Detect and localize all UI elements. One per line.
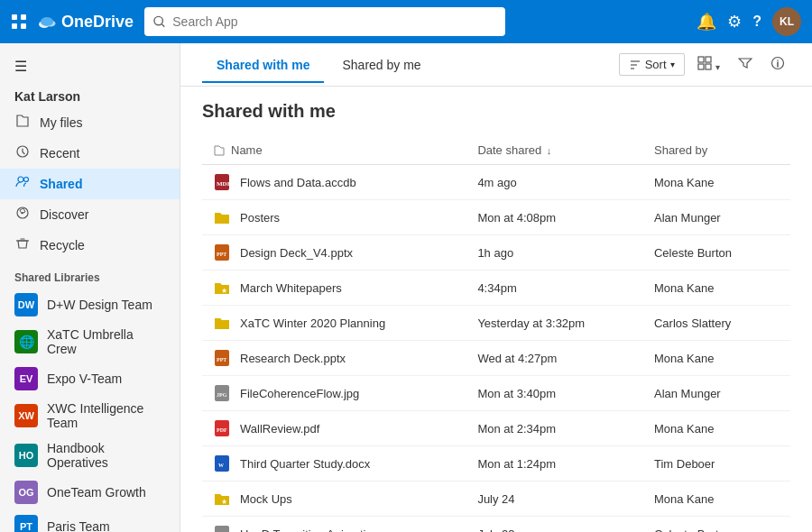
table-row[interactable]: Posters Mon at 4:08pm Alan Munger: [202, 200, 790, 235]
svg-text:PPT: PPT: [217, 357, 226, 362]
file-icon: MOV: [213, 525, 231, 532]
svg-rect-37: [215, 526, 229, 532]
file-shared-by: Tim Deboer: [643, 446, 790, 482]
my-files-icon: [14, 114, 31, 132]
lib-item-og[interactable]: OG OneTeam Growth: [0, 475, 180, 509]
lib-badge-dw: DW: [14, 293, 38, 316]
sort-button[interactable]: Sort ▾: [619, 53, 685, 76]
tab-shared-with-me[interactable]: Shared with me: [202, 47, 324, 83]
file-shared-by: Celeste Burton: [643, 235, 790, 271]
file-name: XaTC Winter 2020 Planning: [240, 316, 385, 330]
col-header-name[interactable]: Name: [202, 136, 466, 165]
lib-label-og: OneTeam Growth: [47, 485, 146, 500]
sort-label: Sort: [645, 58, 667, 71]
lib-label-xwc: XWC Intelligence Team: [47, 401, 165, 430]
sidebar-item-recent[interactable]: Recent: [0, 138, 180, 169]
lib-badge-xwc: XW: [14, 404, 38, 427]
svg-rect-3: [21, 23, 26, 29]
table-row[interactable]: PPT Research Deck.pptx Wed at 4:27pm Mon…: [202, 341, 790, 376]
table-row[interactable]: W Third Quarter Study.docx Mon at 1:24pm…: [202, 446, 790, 482]
file-date: Mon at 2:34pm: [466, 411, 643, 446]
lib-label-xatc: XaTC Umbrella Crew: [47, 327, 165, 356]
file-icon: PDF: [213, 419, 231, 437]
svg-text:★: ★: [221, 498, 227, 506]
view-toggle-button[interactable]: ▾: [692, 52, 725, 78]
file-date: 4m ago: [466, 165, 643, 200]
file-name: FileCoherenceFlow.jpg: [240, 387, 359, 400]
svg-rect-18: [706, 57, 711, 62]
lib-item-xatc[interactable]: 🌐 XaTC Umbrella Crew: [0, 322, 180, 362]
file-icon: ★: [213, 490, 231, 508]
sidebar-item-shared[interactable]: Shared: [0, 169, 180, 199]
sort-icon: [629, 59, 641, 71]
info-icon: [770, 56, 785, 70]
svg-rect-19: [698, 64, 704, 69]
top-navigation: OneDrive 🔔 ⚙ ? KL: [0, 0, 812, 43]
search-bar[interactable]: [144, 7, 505, 36]
file-name: Design Deck_V4.pptx: [240, 246, 353, 260]
file-name: UeoD Transition Animation.mov: [240, 527, 404, 533]
help-icon[interactable]: ?: [752, 14, 761, 30]
lib-item-ho[interactable]: HO Handbook Operatives: [0, 436, 180, 475]
svg-point-6: [41, 17, 53, 26]
file-shared-by: Mona Kane: [643, 271, 790, 306]
svg-text:W: W: [218, 463, 224, 468]
svg-point-13: [22, 212, 23, 214]
grid-icon[interactable]: [11, 14, 27, 30]
sidebar-label-recent: Recent: [40, 146, 79, 161]
table-row[interactable]: PPT Design Deck_V4.pptx 1h ago Celeste B…: [202, 235, 790, 271]
table-row[interactable]: PDF WallReview.pdf Mon at 2:34pm Mona Ka…: [202, 411, 790, 446]
file-shared-by: Mona Kane: [643, 341, 790, 376]
table-row[interactable]: ★ Mock Ups July 24 Mona Kane: [202, 482, 790, 517]
avatar[interactable]: KL: [772, 7, 801, 36]
lib-badge-og: OG: [14, 481, 38, 504]
file-icon: MDB: [213, 173, 231, 191]
svg-rect-2: [12, 23, 17, 29]
lib-item-pt[interactable]: PT Paris Team: [0, 509, 180, 532]
sidebar-item-discover[interactable]: Discover: [0, 199, 180, 230]
view-icon: [697, 56, 712, 70]
file-date: Mon at 1:24pm: [466, 446, 643, 482]
lib-label-ho: Handbook Operatives: [47, 441, 165, 470]
app-logo[interactable]: OneDrive: [38, 13, 134, 32]
file-name: Mock Ups: [240, 492, 292, 506]
filter-button[interactable]: [733, 53, 758, 77]
main-content: Shared with me Shared by me Sort ▾: [180, 43, 812, 532]
sidebar-label-recycle: Recycle: [40, 238, 85, 252]
search-input[interactable]: [172, 14, 496, 29]
file-date: Wed at 4:27pm: [466, 341, 643, 376]
table-row[interactable]: MDB Flows and Data.accdb 4m ago Mona Kan…: [202, 165, 790, 200]
tab-shared-by-me[interactable]: Shared by me: [328, 47, 435, 83]
bell-icon[interactable]: 🔔: [697, 12, 716, 32]
col-header-date[interactable]: Date shared ↓: [466, 136, 643, 165]
svg-text:JPG: JPG: [217, 392, 227, 398]
svg-rect-1: [21, 14, 26, 20]
info-button[interactable]: [765, 52, 790, 78]
logo-text: OneDrive: [61, 13, 134, 32]
hamburger-icon[interactable]: ☰: [0, 50, 180, 82]
table-row[interactable]: JPG FileCoherenceFlow.jpg Mon at 3:40pm …: [202, 376, 790, 411]
file-table-body: MDB Flows and Data.accdb 4m ago Mona Kan…: [202, 165, 790, 533]
main-layout: ☰ Kat Larson My files Recent Shared Disc…: [0, 43, 812, 532]
file-shared-by: Carlos Slattery: [643, 306, 790, 341]
lib-item-dw[interactable]: DW D+W Design Team: [0, 288, 180, 322]
file-date: Yesterday at 3:32pm: [466, 306, 643, 341]
sidebar-item-recycle[interactable]: Recycle: [0, 230, 180, 261]
lib-item-ev[interactable]: EV Expo V-Team: [0, 362, 180, 396]
file-icon: [213, 208, 231, 226]
file-shared-by: Alan Munger: [643, 376, 790, 411]
tabs-bar: Shared with me Shared by me Sort ▾: [180, 43, 812, 87]
table-row[interactable]: ★ March Whitepapers 4:34pm Mona Kane: [202, 271, 790, 306]
file-icon: PPT: [213, 243, 231, 261]
sidebar-label-shared: Shared: [40, 177, 82, 191]
page-content: Shared with me Name: [180, 87, 812, 532]
file-date: 1h ago: [466, 235, 643, 271]
col-header-shared-by[interactable]: Shared by: [643, 136, 790, 165]
sidebar-item-my-files[interactable]: My files: [0, 107, 180, 138]
svg-point-10: [18, 177, 23, 182]
table-row[interactable]: XaTC Winter 2020 Planning Yesterday at 3…: [202, 306, 790, 341]
settings-icon[interactable]: ⚙: [727, 12, 742, 32]
lib-label-ev: Expo V-Team: [47, 371, 122, 386]
table-row[interactable]: MOV UeoD Transition Animation.mov July 2…: [202, 517, 790, 533]
lib-item-xwc[interactable]: XW XWC Intelligence Team: [0, 396, 180, 436]
